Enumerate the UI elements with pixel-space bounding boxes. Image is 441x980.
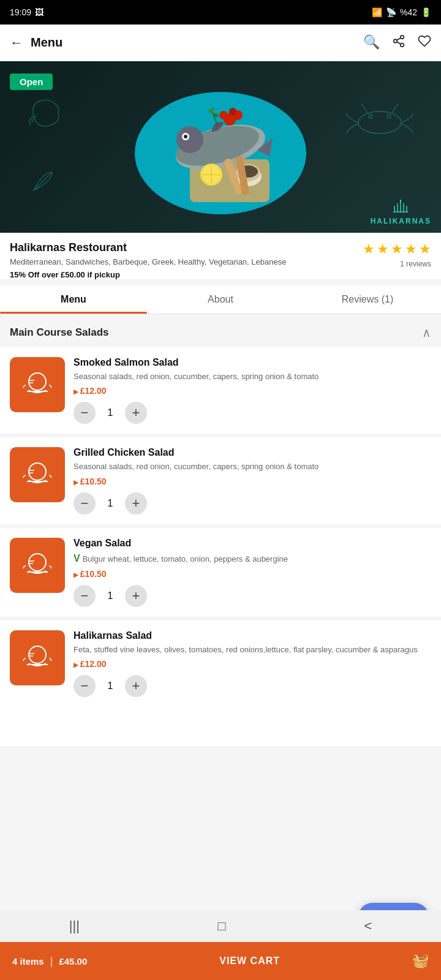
vegan-badge: V xyxy=(74,553,80,564)
svg-point-48 xyxy=(29,646,46,663)
nav-title: Menu xyxy=(31,36,363,50)
status-right: 📶 📡 %42 🔋 xyxy=(372,7,431,17)
battery-display: %42 xyxy=(400,7,417,17)
top-nav: ← Menu 🔍 xyxy=(0,24,441,61)
qty-value-0: 1 xyxy=(104,407,116,418)
restaurant-tags: Mediterranean, Sandwiches, Barbeque, Gre… xyxy=(10,257,363,268)
qty-control-1: − 1 + xyxy=(74,492,431,514)
qty-increase-3[interactable]: + xyxy=(125,675,147,697)
svg-point-6 xyxy=(369,115,372,118)
status-left: 19:09 🖼 xyxy=(10,7,43,17)
qty-increase-1[interactable]: + xyxy=(125,492,147,514)
restaurant-details: Halikarnas Restourant Mediterranean, San… xyxy=(10,241,363,279)
qty-decrease-2[interactable]: − xyxy=(74,585,96,607)
item-name-2: Vegan Salad xyxy=(74,538,431,549)
svg-point-36 xyxy=(29,373,46,390)
svg-point-40 xyxy=(29,463,46,480)
qty-increase-2[interactable]: + xyxy=(125,585,147,607)
svg-point-44 xyxy=(29,554,46,571)
qty-decrease-3[interactable]: − xyxy=(74,675,96,697)
svg-point-14 xyxy=(184,135,187,138)
open-badge: Open xyxy=(10,74,53,90)
svg-point-5 xyxy=(358,111,401,134)
star-rating: ★ ★ ★ ★ ★ xyxy=(363,241,431,257)
menu-item-3: Halikarnas Salad Feta, stuffed vine leav… xyxy=(0,620,441,746)
item-icon-1 xyxy=(10,447,65,502)
battery-icon: 🔋 xyxy=(421,7,431,17)
item-desc-3: Feta, stuffed vine leaves, olives, tomat… xyxy=(74,644,431,655)
signal-icon: 📡 xyxy=(386,7,396,17)
item-icon-0 xyxy=(10,357,65,412)
review-count: 1 reviews xyxy=(400,260,431,268)
status-bar: 19:09 🖼 📶 📡 %42 🔋 xyxy=(0,0,441,24)
qty-control-0: − 1 + xyxy=(74,402,431,424)
item-details-0: Smoked Salmon Salad Seasonal salads, red… xyxy=(74,357,431,424)
svg-point-26 xyxy=(219,111,228,119)
qty-value-2: 1 xyxy=(104,590,116,601)
item-name-1: Grilled Chicken Salad xyxy=(74,447,431,458)
restaurant-name: Halikarnas Restourant xyxy=(10,241,363,254)
search-icon[interactable]: 🔍 xyxy=(363,34,380,51)
svg-point-12 xyxy=(176,126,203,153)
item-icon-3 xyxy=(10,630,65,685)
item-details-1: Grilled Chicken Salad Seasonal salads, r… xyxy=(74,447,431,514)
back-button[interactable]: ← xyxy=(10,35,23,51)
star-4: ★ xyxy=(405,241,417,257)
item-desc-1: Seasonal salads, red onion, cucumber, ca… xyxy=(74,461,431,472)
brand-name: HALIKARNAS xyxy=(371,217,431,225)
collapse-button[interactable]: ∧ xyxy=(422,325,431,340)
hero-banner: Open HALIKARNAS xyxy=(0,61,441,233)
shrimp-decoration xyxy=(18,92,67,143)
star-1: ★ xyxy=(363,241,375,257)
star-2: ★ xyxy=(377,241,389,257)
share-icon[interactable] xyxy=(392,34,405,51)
item-details-2: Vegan Salad VBulgur wheat, lettuce, toma… xyxy=(74,538,431,607)
item-price-0: £12.00 xyxy=(74,386,431,396)
menu-content: Main Course Salads ∧ Smoked Salmon Salad… xyxy=(0,314,441,746)
qty-decrease-1[interactable]: − xyxy=(74,492,96,514)
lobster-decoration xyxy=(337,98,423,149)
svg-point-7 xyxy=(387,115,391,118)
qty-value-1: 1 xyxy=(104,498,116,509)
qty-decrease-0[interactable]: − xyxy=(74,402,96,424)
svg-line-4 xyxy=(397,37,401,40)
leaf-decoration xyxy=(31,169,55,196)
restaurant-rating: ★ ★ ★ ★ ★ 1 reviews xyxy=(363,241,431,268)
star-3: ★ xyxy=(391,241,403,257)
section-title: Main Course Salads xyxy=(10,326,109,339)
tab-reviews[interactable]: Reviews (1) xyxy=(294,285,441,314)
photo-icon: 🖼 xyxy=(35,7,43,17)
time-display: 19:09 xyxy=(10,7,31,17)
item-desc-2: VBulgur wheat, lettuce, tomato, onion, p… xyxy=(74,552,431,565)
restaurant-info: Halikarnas Restourant Mediterranean, San… xyxy=(0,233,441,279)
tab-about[interactable]: About xyxy=(147,285,294,314)
qty-control-2: − 1 + xyxy=(74,585,431,607)
item-name-3: Halikarnas Salad xyxy=(74,630,431,641)
menu-item-1: Grilled Chicken Salad Seasonal salads, r… xyxy=(0,437,441,524)
svg-line-3 xyxy=(397,42,401,44)
menu-item-0: Smoked Salmon Salad Seasonal salads, red… xyxy=(0,347,441,434)
food-illustration xyxy=(116,74,325,221)
tab-menu[interactable]: Menu xyxy=(0,285,147,314)
wifi-icon: 📶 xyxy=(372,7,382,17)
section-header: Main Course Salads ∧ xyxy=(0,314,441,347)
brand-logo: HALIKARNAS xyxy=(371,198,431,225)
item-name-0: Smoked Salmon Salad xyxy=(74,357,431,368)
star-5: ★ xyxy=(419,241,431,257)
qty-increase-0[interactable]: + xyxy=(125,402,147,424)
item-price-1: £10.50 xyxy=(74,477,431,486)
restaurant-offer: 15% Off over £50.00 if pickup xyxy=(10,270,363,279)
svg-point-27 xyxy=(229,108,236,115)
item-icon-2 xyxy=(10,538,65,593)
item-desc-0: Seasonal salads, red onion, cucumber, ca… xyxy=(74,371,431,382)
qty-control-3: − 1 + xyxy=(74,675,431,697)
item-details-3: Halikarnas Salad Feta, stuffed vine leav… xyxy=(74,630,431,697)
nav-icons: 🔍 xyxy=(363,34,431,51)
item-price-2: £10.50 xyxy=(74,569,431,579)
tab-bar: Menu About Reviews (1) xyxy=(0,285,441,314)
menu-item-2: Vegan Salad VBulgur wheat, lettuce, toma… xyxy=(0,528,441,617)
qty-value-3: 1 xyxy=(104,680,116,692)
item-price-3: £12.00 xyxy=(74,659,431,669)
favorite-icon[interactable] xyxy=(418,34,431,51)
